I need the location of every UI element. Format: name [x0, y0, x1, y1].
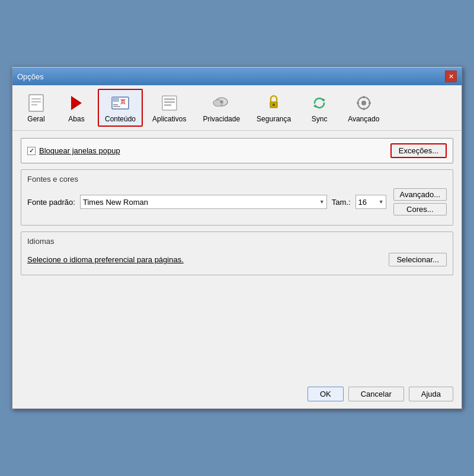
cores-button[interactable]: Cores...: [393, 203, 447, 216]
tab-seguranca[interactable]: Segurança: [249, 89, 298, 127]
popup-row: Bloquear janelas popup Exceções...: [21, 139, 453, 163]
popup-left: Bloquear janelas popup: [27, 146, 120, 155]
svg-rect-23: [363, 96, 364, 98]
svg-rect-3: [31, 104, 37, 105]
languages-content: Selecione o idioma preferencial para pág…: [21, 248, 453, 275]
size-wrapper: 16: [356, 195, 386, 209]
tab-sync-label: Sync: [312, 115, 328, 123]
close-button[interactable]: ✕: [445, 70, 457, 82]
svg-marker-19: [323, 98, 325, 102]
help-button[interactable]: Ajuda: [409, 387, 453, 401]
tab-geral[interactable]: Geral: [17, 89, 55, 127]
title-bar: Opções ✕: [12, 67, 462, 85]
abas-icon: [66, 92, 87, 114]
tab-sync[interactable]: Sync: [300, 89, 338, 127]
tab-conteudo[interactable]: 页 Conteúdo: [98, 89, 143, 127]
title-controls: ✕: [445, 70, 457, 82]
exceptions-button[interactable]: Exceções...: [390, 143, 447, 158]
svg-rect-11: [164, 101, 175, 103]
languages-title: Idiomas: [21, 232, 453, 248]
cancel-button[interactable]: Cancelar: [348, 387, 404, 401]
seguranca-icon: [263, 92, 284, 114]
aplicativos-icon: [159, 92, 180, 114]
tab-privacidade-label: Privacidade: [203, 115, 240, 123]
tab-abas[interactable]: Abas: [57, 89, 95, 127]
svg-point-22: [361, 101, 366, 105]
tab-aplicativos[interactable]: Aplicativos: [145, 89, 193, 127]
avancado-font-button[interactable]: Avançado...: [393, 188, 447, 201]
privacidade-icon: [211, 92, 232, 114]
side-buttons: Avançado... Cores...: [393, 188, 447, 216]
geral-icon: [25, 92, 47, 114]
tab-seguranca-label: Segurança: [257, 115, 291, 123]
svg-rect-8: [113, 106, 120, 107]
size-select[interactable]: 16: [356, 195, 386, 209]
tab-conteudo-label: Conteúdo: [105, 115, 136, 123]
tab-aplicativos-label: Aplicativos: [152, 115, 186, 123]
tab-avancado-label: Avançado: [348, 115, 379, 123]
svg-rect-2: [31, 101, 41, 102]
selecionar-button[interactable]: Selecionar...: [389, 253, 447, 266]
svg-rect-7: [113, 104, 118, 105]
fonts-section: Fontes e cores Fonte padrão: Times New R…: [21, 169, 453, 226]
font-row: Fonte padrão: Times New Roman Tam.: 16 A…: [27, 188, 447, 216]
lang-description: Selecione o idioma preferencial para pág…: [27, 255, 184, 264]
svg-rect-0: [29, 95, 43, 111]
popup-section: Bloquear janelas popup Exceções...: [21, 138, 453, 163]
fonts-title: Fontes e cores: [21, 170, 453, 186]
svg-rect-10: [164, 98, 175, 100]
svg-rect-26: [369, 102, 371, 104]
window-title: Opções: [17, 72, 44, 81]
avancado-icon: [353, 92, 374, 114]
tab-avancado[interactable]: Avançado: [341, 89, 386, 127]
tab-abas-label: Abas: [68, 115, 84, 123]
svg-rect-12: [164, 104, 171, 106]
svg-text:页: 页: [120, 99, 126, 105]
toolbar: Geral Abas 页 Conteúdo: [12, 85, 462, 131]
svg-marker-20: [313, 104, 316, 108]
svg-rect-24: [363, 108, 364, 110]
fonts-content: Fonte padrão: Times New Roman Tam.: 16 A…: [21, 186, 453, 225]
lang-row: Selecione o idioma preferencial para pág…: [27, 250, 447, 269]
popup-checkbox[interactable]: [27, 147, 36, 155]
size-label: Tam.:: [332, 198, 351, 207]
languages-section: Idiomas Selecione o idioma preferencial …: [21, 231, 453, 275]
svg-point-16: [220, 101, 222, 103]
font-select-wrapper: Times New Roman: [80, 195, 327, 209]
svg-rect-25: [357, 102, 359, 104]
svg-rect-1: [31, 98, 41, 99]
popup-label: Bloquear janelas popup: [39, 146, 120, 155]
font-label: Fonte padrão:: [27, 198, 75, 207]
content-area: Bloquear janelas popup Exceções... Fonte…: [12, 131, 462, 286]
conteudo-icon: 页: [110, 92, 131, 114]
tab-geral-label: Geral: [27, 115, 44, 123]
svg-rect-5: [112, 97, 119, 102]
sync-icon: [309, 92, 330, 114]
ok-button[interactable]: OK: [308, 387, 344, 401]
svg-rect-18: [273, 104, 275, 106]
bottom-bar: OK Cancelar Ajuda: [12, 381, 462, 409]
font-select[interactable]: Times New Roman: [80, 195, 327, 209]
tab-privacidade[interactable]: Privacidade: [196, 89, 247, 127]
main-window: Opções ✕ Geral Abas: [12, 67, 462, 409]
